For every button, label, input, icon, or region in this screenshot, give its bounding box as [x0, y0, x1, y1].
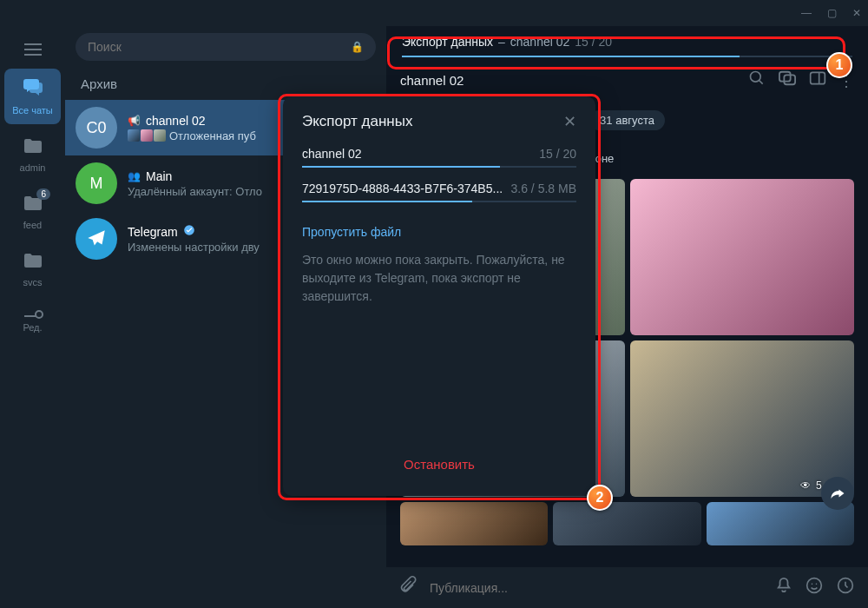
- search-box[interactable]: 🔒: [76, 33, 376, 61]
- export-channel: channel 02: [510, 35, 570, 49]
- nav-label: Ред.: [23, 322, 42, 333]
- dialog-channel-progress: [302, 166, 576, 168]
- attach-icon[interactable]: [400, 576, 418, 599]
- nav-feed[interactable]: 6 feed: [4, 185, 61, 239]
- silent-icon[interactable]: [776, 577, 792, 598]
- folder-icon: [23, 136, 43, 159]
- search-icon[interactable]: [748, 69, 766, 91]
- chat-preview: Изменены настройки дву: [128, 241, 260, 254]
- window-close-button[interactable]: ✕: [852, 7, 861, 19]
- dialog-file-size: 3.6 / 5.8 MB: [511, 182, 576, 195]
- emoji-icon[interactable]: [806, 577, 823, 598]
- avatar: M: [76, 162, 117, 204]
- svg-point-7: [816, 584, 818, 585]
- nav-all-chats[interactable]: Все чаты: [4, 69, 61, 124]
- sidebar-toggle-icon[interactable]: [809, 70, 826, 90]
- edit-folders-icon: [24, 308, 42, 317]
- dialog-file-progress: [302, 201, 576, 202]
- left-sidebar: Все чаты admin 6 feed svcs Ред.: [0, 26, 65, 608]
- svg-point-5: [807, 578, 822, 593]
- search-row: 🔒: [65, 26, 386, 68]
- window-titlebar: — ▢ ✕: [0, 0, 868, 26]
- annotation-badge-2: 2: [587, 485, 613, 511]
- export-progress-header: Экспорт данных – channel 02 15 / 20: [386, 26, 868, 63]
- date-separator: 31 августа: [589, 110, 665, 130]
- media-photo[interactable]: [630, 179, 855, 335]
- nav-label: Все чаты: [12, 105, 53, 116]
- chat-name: Main: [146, 169, 172, 183]
- annotation-badge-1: 1: [826, 52, 852, 78]
- message-composer: [386, 567, 868, 608]
- media-photo[interactable]: 👁 5 0:58: [630, 340, 855, 497]
- dialog-title: Экспорт данных: [302, 113, 412, 130]
- skip-file-link[interactable]: Пропустить файл: [302, 225, 576, 239]
- archive-row[interactable]: Архив: [65, 68, 386, 100]
- chat-name: Telegram: [128, 225, 178, 239]
- export-dash: –: [498, 35, 505, 49]
- chat-header[interactable]: channel 02 ⋮: [386, 63, 868, 98]
- media-photo[interactable]: [553, 502, 700, 545]
- chat-preview: Отложенная пуб: [169, 129, 256, 142]
- schedule-icon[interactable]: [837, 577, 854, 598]
- svg-point-1: [751, 72, 761, 83]
- media-photo[interactable]: [400, 502, 548, 545]
- verified-icon: [183, 224, 195, 239]
- compose-input[interactable]: [430, 581, 764, 595]
- window-minimize-button[interactable]: —: [801, 7, 812, 19]
- avatar: C0: [76, 107, 117, 149]
- unread-badge: 6: [36, 188, 50, 200]
- export-count: 15 / 20: [575, 35, 612, 49]
- window-maximize-button[interactable]: ▢: [827, 7, 837, 19]
- comments-icon[interactable]: [778, 69, 797, 91]
- nav-admin[interactable]: admin: [4, 128, 61, 182]
- media-row-bottom: [400, 502, 854, 545]
- chat-preview: Удалённый аккаунт: Отло: [128, 185, 262, 198]
- chats-icon: [23, 77, 43, 102]
- export-title: Экспорт данных: [402, 35, 493, 49]
- nav-edit[interactable]: Ред.: [4, 300, 61, 341]
- nav-label: feed: [23, 220, 42, 230]
- preview-thumbs: [128, 129, 166, 142]
- svg-rect-4: [811, 72, 825, 83]
- hamburger-menu-button[interactable]: [24, 33, 42, 69]
- views-icon: 👁: [800, 479, 811, 492]
- chat-name: channel 02: [146, 114, 206, 128]
- nav-label: svcs: [23, 277, 43, 287]
- group-icon: 👥: [128, 170, 141, 182]
- nav-svcs[interactable]: svcs: [4, 242, 61, 296]
- lock-icon[interactable]: 🔒: [351, 41, 364, 53]
- dialog-channel-count: 15 / 20: [539, 147, 576, 161]
- folder-icon: [23, 251, 43, 274]
- nav-label: admin: [20, 162, 46, 173]
- forward-button[interactable]: [821, 477, 854, 510]
- dialog-file-name: 7291975D-4888-4433-B7F6-374B5...: [302, 182, 503, 195]
- dialog-channel: channel 02: [302, 147, 362, 161]
- chat-title: channel 02: [400, 73, 736, 88]
- channel-icon: 📢: [128, 115, 141, 127]
- dialog-note: Это окно можно пока закрыть. Пожалуйста,…: [302, 251, 576, 306]
- export-progress-bar: [402, 56, 852, 57]
- dialog-close-button[interactable]: ✕: [563, 112, 576, 131]
- svg-point-6: [812, 584, 813, 585]
- avatar: [76, 218, 117, 260]
- search-input[interactable]: [88, 40, 308, 54]
- export-dialog: Экспорт данных ✕ channel 02 15 / 20 7291…: [283, 96, 595, 496]
- stop-button[interactable]: Остановить: [302, 448, 576, 480]
